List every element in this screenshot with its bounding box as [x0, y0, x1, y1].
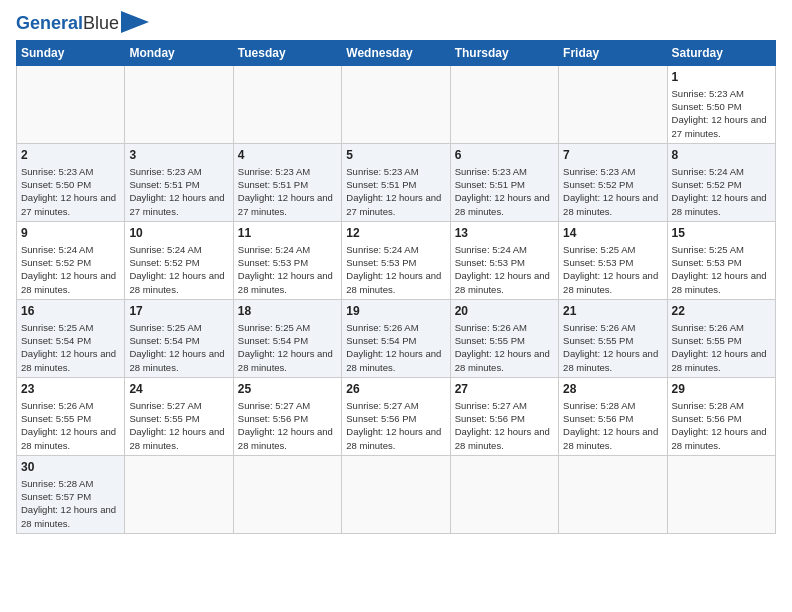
day-cell: [233, 455, 341, 533]
day-number: 29: [672, 381, 771, 398]
day-info: Sunrise: 5:25 AM Sunset: 5:54 PM Dayligh…: [21, 322, 116, 373]
day-number: 6: [455, 147, 554, 164]
day-info: Sunrise: 5:27 AM Sunset: 5:56 PM Dayligh…: [238, 400, 333, 451]
day-number: 22: [672, 303, 771, 320]
week-row-4: 23Sunrise: 5:26 AM Sunset: 5:55 PM Dayli…: [17, 377, 776, 455]
svg-marker-0: [121, 11, 149, 33]
day-cell: [342, 66, 450, 144]
day-cell: [125, 455, 233, 533]
day-info: Sunrise: 5:26 AM Sunset: 5:55 PM Dayligh…: [672, 322, 767, 373]
day-info: Sunrise: 5:23 AM Sunset: 5:50 PM Dayligh…: [21, 166, 116, 217]
week-row-3: 16Sunrise: 5:25 AM Sunset: 5:54 PM Dayli…: [17, 299, 776, 377]
day-cell: 16Sunrise: 5:25 AM Sunset: 5:54 PM Dayli…: [17, 299, 125, 377]
day-number: 23: [21, 381, 120, 398]
header-cell-saturday: Saturday: [667, 41, 775, 66]
day-cell: 18Sunrise: 5:25 AM Sunset: 5:54 PM Dayli…: [233, 299, 341, 377]
day-info: Sunrise: 5:28 AM Sunset: 5:56 PM Dayligh…: [563, 400, 658, 451]
day-number: 1: [672, 69, 771, 86]
day-cell: 7Sunrise: 5:23 AM Sunset: 5:52 PM Daylig…: [559, 143, 667, 221]
calendar-body: 1Sunrise: 5:23 AM Sunset: 5:50 PM Daylig…: [17, 66, 776, 534]
day-number: 7: [563, 147, 662, 164]
header-cell-wednesday: Wednesday: [342, 41, 450, 66]
day-number: 8: [672, 147, 771, 164]
day-cell: 11Sunrise: 5:24 AM Sunset: 5:53 PM Dayli…: [233, 221, 341, 299]
header-row: SundayMondayTuesdayWednesdayThursdayFrid…: [17, 41, 776, 66]
day-info: Sunrise: 5:26 AM Sunset: 5:55 PM Dayligh…: [455, 322, 550, 373]
day-info: Sunrise: 5:23 AM Sunset: 5:52 PM Dayligh…: [563, 166, 658, 217]
day-number: 3: [129, 147, 228, 164]
day-info: Sunrise: 5:23 AM Sunset: 5:50 PM Dayligh…: [672, 88, 767, 139]
week-row-1: 2Sunrise: 5:23 AM Sunset: 5:50 PM Daylig…: [17, 143, 776, 221]
day-number: 20: [455, 303, 554, 320]
day-cell: 15Sunrise: 5:25 AM Sunset: 5:53 PM Dayli…: [667, 221, 775, 299]
header-cell-tuesday: Tuesday: [233, 41, 341, 66]
day-cell: 24Sunrise: 5:27 AM Sunset: 5:55 PM Dayli…: [125, 377, 233, 455]
day-cell: 22Sunrise: 5:26 AM Sunset: 5:55 PM Dayli…: [667, 299, 775, 377]
day-number: 5: [346, 147, 445, 164]
day-cell: 20Sunrise: 5:26 AM Sunset: 5:55 PM Dayli…: [450, 299, 558, 377]
day-cell: [233, 66, 341, 144]
day-cell: 6Sunrise: 5:23 AM Sunset: 5:51 PM Daylig…: [450, 143, 558, 221]
calendar: SundayMondayTuesdayWednesdayThursdayFrid…: [16, 40, 776, 534]
day-info: Sunrise: 5:23 AM Sunset: 5:51 PM Dayligh…: [346, 166, 441, 217]
day-number: 27: [455, 381, 554, 398]
day-number: 16: [21, 303, 120, 320]
day-cell: 28Sunrise: 5:28 AM Sunset: 5:56 PM Dayli…: [559, 377, 667, 455]
header: GeneralBlue: [16, 12, 776, 34]
day-cell: 12Sunrise: 5:24 AM Sunset: 5:53 PM Dayli…: [342, 221, 450, 299]
day-info: Sunrise: 5:27 AM Sunset: 5:56 PM Dayligh…: [455, 400, 550, 451]
day-number: 13: [455, 225, 554, 242]
day-cell: 17Sunrise: 5:25 AM Sunset: 5:54 PM Dayli…: [125, 299, 233, 377]
day-cell: [667, 455, 775, 533]
day-cell: 13Sunrise: 5:24 AM Sunset: 5:53 PM Dayli…: [450, 221, 558, 299]
day-number: 28: [563, 381, 662, 398]
day-number: 19: [346, 303, 445, 320]
day-cell: 3Sunrise: 5:23 AM Sunset: 5:51 PM Daylig…: [125, 143, 233, 221]
day-info: Sunrise: 5:27 AM Sunset: 5:55 PM Dayligh…: [129, 400, 224, 451]
day-number: 17: [129, 303, 228, 320]
day-number: 25: [238, 381, 337, 398]
day-cell: 4Sunrise: 5:23 AM Sunset: 5:51 PM Daylig…: [233, 143, 341, 221]
day-cell: 2Sunrise: 5:23 AM Sunset: 5:50 PM Daylig…: [17, 143, 125, 221]
day-cell: 14Sunrise: 5:25 AM Sunset: 5:53 PM Dayli…: [559, 221, 667, 299]
day-info: Sunrise: 5:24 AM Sunset: 5:53 PM Dayligh…: [455, 244, 550, 295]
day-cell: 21Sunrise: 5:26 AM Sunset: 5:55 PM Dayli…: [559, 299, 667, 377]
day-info: Sunrise: 5:28 AM Sunset: 5:56 PM Dayligh…: [672, 400, 767, 451]
day-cell: [559, 455, 667, 533]
day-number: 11: [238, 225, 337, 242]
day-cell: 29Sunrise: 5:28 AM Sunset: 5:56 PM Dayli…: [667, 377, 775, 455]
day-number: 30: [21, 459, 120, 476]
day-cell: 10Sunrise: 5:24 AM Sunset: 5:52 PM Dayli…: [125, 221, 233, 299]
day-cell: 26Sunrise: 5:27 AM Sunset: 5:56 PM Dayli…: [342, 377, 450, 455]
day-info: Sunrise: 5:28 AM Sunset: 5:57 PM Dayligh…: [21, 478, 116, 529]
day-info: Sunrise: 5:24 AM Sunset: 5:52 PM Dayligh…: [672, 166, 767, 217]
day-cell: [559, 66, 667, 144]
day-info: Sunrise: 5:25 AM Sunset: 5:54 PM Dayligh…: [129, 322, 224, 373]
day-info: Sunrise: 5:25 AM Sunset: 5:53 PM Dayligh…: [672, 244, 767, 295]
day-number: 10: [129, 225, 228, 242]
calendar-header: SundayMondayTuesdayWednesdayThursdayFrid…: [17, 41, 776, 66]
day-cell: [17, 66, 125, 144]
day-number: 2: [21, 147, 120, 164]
day-cell: 8Sunrise: 5:24 AM Sunset: 5:52 PM Daylig…: [667, 143, 775, 221]
logo: GeneralBlue: [16, 12, 149, 34]
day-cell: 27Sunrise: 5:27 AM Sunset: 5:56 PM Dayli…: [450, 377, 558, 455]
day-number: 12: [346, 225, 445, 242]
day-number: 4: [238, 147, 337, 164]
day-number: 21: [563, 303, 662, 320]
day-number: 18: [238, 303, 337, 320]
week-row-0: 1Sunrise: 5:23 AM Sunset: 5:50 PM Daylig…: [17, 66, 776, 144]
day-info: Sunrise: 5:26 AM Sunset: 5:54 PM Dayligh…: [346, 322, 441, 373]
header-cell-thursday: Thursday: [450, 41, 558, 66]
day-info: Sunrise: 5:24 AM Sunset: 5:52 PM Dayligh…: [129, 244, 224, 295]
day-cell: [450, 66, 558, 144]
day-number: 15: [672, 225, 771, 242]
day-info: Sunrise: 5:24 AM Sunset: 5:53 PM Dayligh…: [346, 244, 441, 295]
day-info: Sunrise: 5:23 AM Sunset: 5:51 PM Dayligh…: [455, 166, 550, 217]
day-number: 14: [563, 225, 662, 242]
day-info: Sunrise: 5:25 AM Sunset: 5:53 PM Dayligh…: [563, 244, 658, 295]
day-cell: [450, 455, 558, 533]
day-info: Sunrise: 5:27 AM Sunset: 5:56 PM Dayligh…: [346, 400, 441, 451]
header-cell-friday: Friday: [559, 41, 667, 66]
day-cell: 19Sunrise: 5:26 AM Sunset: 5:54 PM Dayli…: [342, 299, 450, 377]
